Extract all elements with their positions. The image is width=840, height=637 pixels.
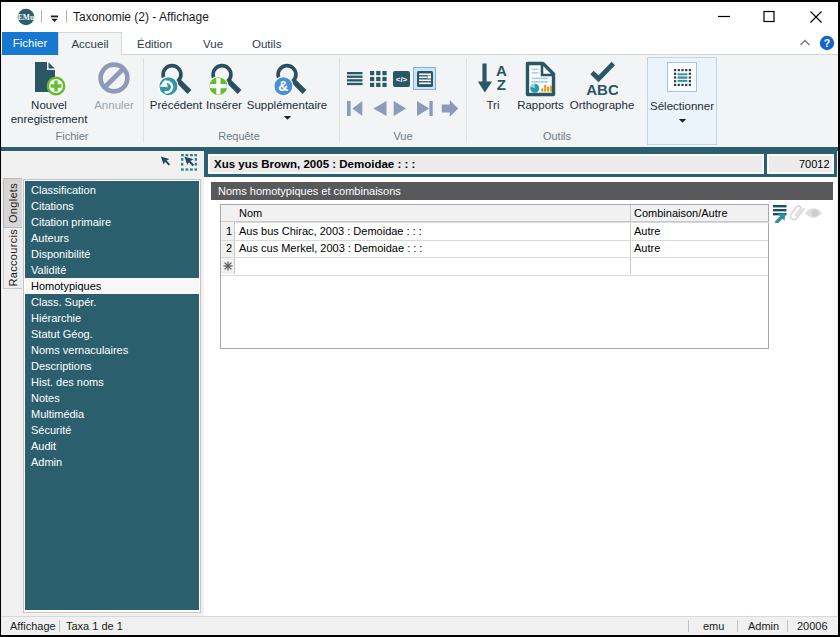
svg-text:?: ?	[824, 37, 830, 49]
svg-text:</>: </>	[396, 75, 408, 84]
svg-text:EMu: EMu	[18, 13, 34, 22]
svg-text:&: &	[278, 78, 288, 94]
svg-text:Z: Z	[497, 76, 506, 93]
svg-text:ABC: ABC	[586, 81, 618, 96]
